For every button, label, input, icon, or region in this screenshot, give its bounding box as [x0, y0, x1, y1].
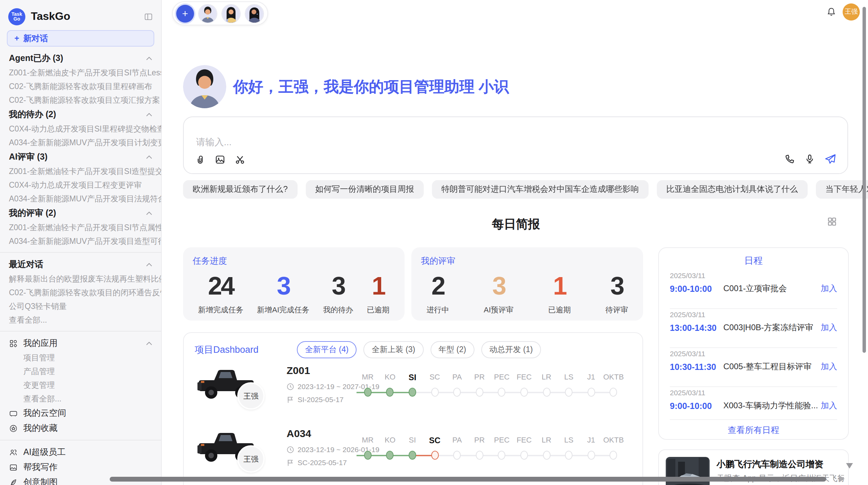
milestone-step[interactable]: PEC — [491, 373, 513, 397]
sidebar-item[interactable]: Z001-全新燃油轻卡产品开发项目SI节点属性5D文件评审 — [0, 221, 161, 234]
avatar-woman2-icon[interactable] — [245, 4, 264, 23]
sidebar-item[interactable]: C02-飞腾新能源轻客改款项目里程碑画布 — [0, 79, 161, 93]
sidebar-item[interactable]: A034-全新新能源MUV产品开发项目计划变更表编写 — [0, 136, 161, 149]
sidebar-item-my-favorites[interactable]: 我的收藏 — [0, 421, 161, 436]
milestone-step[interactable]: J1 — [580, 436, 602, 460]
suggestion-chip[interactable]: 比亚迪全固态电池计划具体说了什么 — [656, 180, 807, 199]
join-link[interactable]: 加入 — [821, 322, 837, 334]
milestone-node — [587, 388, 595, 397]
sidebar-item-my-cloud[interactable]: 我的云空间 — [0, 406, 161, 421]
new-chat-button[interactable]: + 新对话 — [7, 30, 154, 47]
section-recent-chats[interactable]: 最近对话 — [0, 257, 161, 272]
sidebar-item[interactable]: Z001-全新燃油轻卡产品开发项目SI造型提交物评审 — [0, 164, 161, 178]
recent-chat-item[interactable]: 解释最新出台的欧盟报废车法规再生塑料比例被调至15%... — [0, 272, 161, 286]
milestone-step[interactable]: KO — [379, 436, 401, 460]
sidebar-item[interactable]: C0X4-动力总成开发项目工程变更评审 — [0, 178, 161, 192]
app-item-project-mgmt[interactable]: 项目管理 — [0, 351, 161, 364]
app-item-change-mgmt[interactable]: 变更管理 — [0, 378, 161, 392]
vertical-scrollbar[interactable] — [863, 7, 866, 353]
milestone-step[interactable]: LR — [535, 373, 558, 397]
scroll-down-arrow-icon[interactable] — [846, 463, 853, 469]
milestone-label: LS — [564, 436, 574, 445]
join-link[interactable]: 加入 — [821, 361, 837, 373]
attachment-icon[interactable] — [195, 154, 206, 165]
send-icon[interactable] — [824, 153, 836, 165]
milestone-step[interactable]: PA — [446, 373, 468, 397]
recent-chat-item[interactable]: 公司Q3轻卡销量 — [0, 299, 161, 313]
milestone-step[interactable]: SI — [401, 373, 423, 397]
app-item-product-mgmt[interactable]: 产品管理 — [0, 364, 161, 378]
sidebar-item-write-helper[interactable]: 帮我写作 — [0, 460, 161, 475]
milestone-label: OKTB — [603, 373, 624, 382]
scissors-icon[interactable] — [234, 154, 245, 165]
microphone-icon[interactable] — [804, 153, 815, 164]
layout-grid-icon[interactable] — [827, 216, 837, 229]
tab-powertrain[interactable]: 动总开发 (1) — [481, 341, 541, 358]
milestone-step[interactable]: OKTB — [602, 436, 625, 460]
schedule-date: 2025/03/11 — [670, 271, 837, 279]
milestone-step[interactable]: FEC — [513, 373, 535, 397]
divider — [670, 308, 837, 309]
milestone-label: MR — [362, 373, 373, 382]
image-icon[interactable] — [215, 154, 226, 165]
new-session-button[interactable]: + — [176, 4, 194, 22]
apps-view-all[interactable]: 查看全部... — [0, 392, 161, 406]
sidebar-item[interactable]: Z001-全新燃油皮卡产品开发项目SI节点Lesson Learn报告 — [0, 66, 161, 79]
tab-new-body[interactable]: 全新上装 (3) — [364, 341, 424, 358]
milestone-step[interactable]: PA — [446, 436, 468, 460]
sidebar-item[interactable]: A034-全新新能源MUV产品开发项目法规符合性评审 — [0, 192, 161, 206]
horizontal-scrollbar[interactable] — [110, 477, 826, 482]
section-my-review[interactable]: 我的评审 (2) — [0, 206, 161, 221]
milestone-step[interactable]: LS — [558, 373, 580, 397]
milestone-step[interactable]: PEC — [491, 436, 513, 460]
section-my-todo[interactable]: 我的待办 (2) — [0, 107, 161, 122]
milestone-step[interactable]: J1 — [580, 373, 602, 397]
recent-chats-view-all[interactable]: 查看全部... — [0, 313, 161, 327]
daily-brief-title: 每日简报 — [183, 216, 849, 232]
tab-year-model[interactable]: 年型 (2) — [430, 341, 474, 358]
chat-input[interactable] — [195, 136, 609, 148]
sidebar-item-my-apps[interactable]: 我的应用 — [0, 336, 161, 351]
my-review-card: 我的评审 2进行中 3AI预评审 1已逾期 3待评审 — [411, 247, 643, 321]
scroll-right-arrow-icon[interactable] — [839, 475, 845, 482]
milestone-step[interactable]: SC — [424, 436, 446, 460]
join-link[interactable]: 加入 — [821, 400, 837, 412]
milestone-step[interactable]: PR — [468, 373, 491, 397]
suggestion-chip[interactable]: 当下年轻人对汽车外观有怎样的喜好趋势 — [816, 180, 868, 199]
sidebar-item[interactable]: A034-全新新能源MUV产品开发项目造型可行性评审 — [0, 234, 161, 248]
milestone-step[interactable]: SC — [424, 373, 446, 397]
milestone-step[interactable]: KO — [379, 373, 401, 397]
sidebar-item-ai-staff[interactable]: AI超级员工 — [0, 445, 161, 460]
card-title: 任务进度 — [193, 256, 395, 267]
milestone-step[interactable]: OKTB — [602, 373, 625, 397]
section-agent-done[interactable]: Agent已办 (3) — [0, 51, 161, 66]
milestone-step[interactable]: SI — [401, 436, 423, 460]
feather-pen-icon — [9, 478, 18, 485]
milestone-label: PEC — [494, 373, 509, 382]
sidebar-item[interactable]: C02-飞腾新能源轻客改款项目立项汇报方案 — [0, 93, 161, 107]
card-title: 我的评审 — [421, 256, 634, 267]
milestone-step[interactable]: FEC — [513, 436, 535, 460]
user-avatar[interactable]: 王强 — [843, 3, 860, 21]
suggestion-chip[interactable]: 特朗普可能对进口汽车增税会对中国车企造成哪些影响 — [432, 180, 648, 199]
view-all-schedule-link[interactable]: 查看所有日程 — [659, 425, 848, 436]
phone-call-icon[interactable] — [784, 153, 795, 164]
sidebar-item[interactable]: C0X4-动力总成开发项目SI里程碑提交物检查 — [0, 122, 161, 136]
section-ai-review[interactable]: AI评审 (3) — [0, 149, 161, 164]
recent-chat-item[interactable]: C02-飞腾新能源轻客改款项目的闭环通告反馈情况 — [0, 286, 161, 299]
suggestion-chip[interactable]: 欧洲新规最近颁布了什么? — [183, 180, 297, 199]
milestone-step[interactable]: MR — [357, 436, 379, 460]
chevron-up-icon — [146, 154, 152, 159]
milestone-step[interactable]: MR — [357, 373, 379, 397]
milestone-step[interactable]: PR — [468, 436, 491, 460]
milestone-step[interactable]: LR — [535, 436, 558, 460]
join-link[interactable]: 加入 — [821, 283, 837, 295]
notification-bell-icon[interactable] — [826, 7, 836, 20]
suggestion-chip[interactable]: 如何写一份清晰的项目周报 — [305, 180, 423, 199]
collapse-panel-icon[interactable] — [144, 12, 153, 21]
milestone-label: LR — [542, 436, 551, 445]
tab-new-platform[interactable]: 全新平台 (4) — [297, 341, 357, 358]
milestone-step[interactable]: LS — [558, 436, 580, 460]
avatar-woman-icon[interactable] — [221, 4, 241, 23]
avatar-man-icon[interactable] — [198, 4, 217, 23]
